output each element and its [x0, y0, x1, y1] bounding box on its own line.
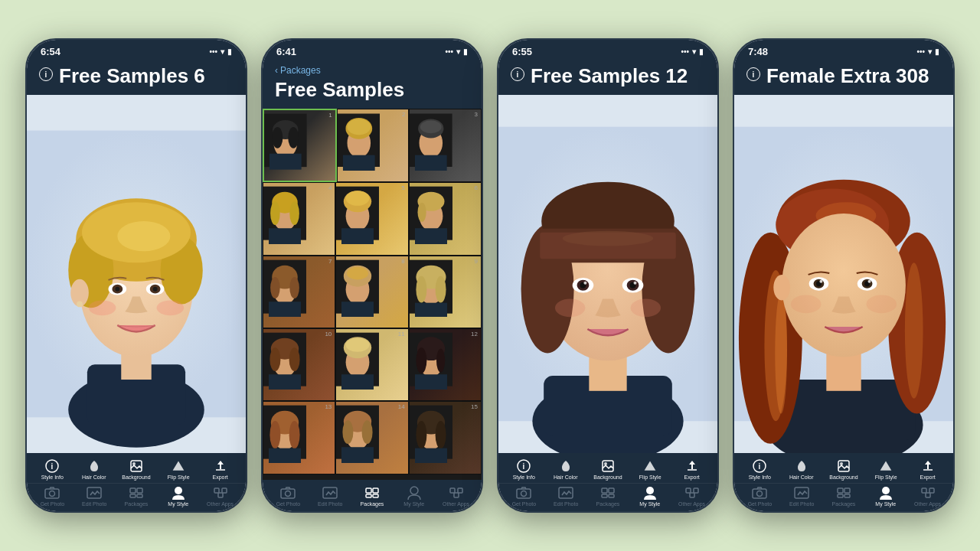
other-apps-btn-4[interactable]: Other Apps: [914, 486, 942, 507]
grid-cell-4[interactable]: 4: [263, 182, 335, 255]
edit-photo-btn-1[interactable]: Edit Photo: [80, 486, 108, 507]
background-btn-1[interactable]: Background: [122, 459, 150, 480]
background-icon-1: [129, 459, 144, 473]
get-photo-btn-4[interactable]: Get Photo: [746, 486, 773, 507]
status-bar-1: 6:54 ••• ▾ ▮: [27, 40, 246, 60]
my-style-btn-2[interactable]: My Style: [400, 486, 428, 507]
style-info-label-1: Style Info: [41, 474, 64, 480]
grid-cell-1[interactable]: 1: [263, 109, 337, 183]
get-photo-icon-2: [280, 486, 296, 500]
toolbar-bottom-3: Get Photo Edit Photo Packages: [498, 484, 717, 508]
title-4: Female Extra 308: [766, 65, 929, 87]
style-info-btn-3[interactable]: i Style Info: [510, 459, 537, 480]
nav-back-2[interactable]: ‹ Packages: [275, 65, 469, 76]
style-info-btn-4[interactable]: i Style Info: [746, 459, 773, 480]
other-apps-icon-3: [684, 486, 700, 500]
svg-rect-28: [130, 488, 136, 493]
grid-cell-6[interactable]: 6: [409, 182, 482, 255]
other-apps-btn-1[interactable]: Other Apps: [207, 486, 234, 507]
get-photo-btn-3[interactable]: Get Photo: [510, 486, 537, 507]
packages-btn-4[interactable]: Packages: [830, 486, 858, 507]
other-apps-label-1: Other Apps: [207, 501, 234, 507]
export-btn-4[interactable]: Export: [914, 459, 942, 480]
svg-point-55: [270, 202, 280, 226]
background-btn-3[interactable]: Background: [593, 459, 622, 480]
background-label-1: Background: [122, 474, 150, 480]
export-btn-3[interactable]: Export: [678, 459, 706, 480]
svg-marker-24: [174, 462, 183, 470]
hair-color-btn-1[interactable]: Hair Color: [80, 459, 108, 480]
grid-cell-14[interactable]: 14: [335, 401, 408, 474]
packages-btn-1[interactable]: Packages: [122, 486, 150, 507]
export-btn-1[interactable]: Export: [207, 459, 234, 480]
info-icon-4[interactable]: i: [746, 67, 760, 81]
toolbar-top-3: i Style Info Hair Color B: [498, 458, 717, 481]
cell-num-1: 1: [328, 112, 332, 119]
flip-style-btn-1[interactable]: Flip Style: [165, 459, 192, 480]
info-icon-1[interactable]: i: [39, 67, 53, 81]
svg-rect-128: [450, 488, 455, 493]
grid-cell-11[interactable]: 11: [335, 328, 408, 401]
hair-color-label-4: Hair Color: [789, 474, 814, 480]
background-icon-4: [836, 459, 851, 473]
hair-color-label-1: Hair Color: [82, 474, 106, 480]
svg-point-77: [347, 266, 368, 279]
grid-cell-9[interactable]: 9: [409, 256, 482, 328]
flip-style-btn-4[interactable]: Flip Style: [872, 459, 900, 480]
grid-cell-7[interactable]: 7: [263, 256, 335, 328]
svg-point-61: [346, 191, 370, 207]
get-photo-btn-2[interactable]: Get Photo: [274, 486, 302, 507]
background-btn-4[interactable]: Background: [829, 459, 858, 480]
svg-point-83: [435, 276, 446, 302]
background-label-3: Background: [593, 474, 622, 480]
other-apps-btn-2[interactable]: Other Apps: [443, 486, 470, 507]
get-photo-btn-1[interactable]: Get Photo: [38, 486, 66, 507]
battery-icon-1: ▮: [227, 47, 232, 56]
hair-color-btn-4[interactable]: Hair Color: [788, 459, 815, 480]
edit-photo-icon-3: [558, 486, 573, 500]
my-style-btn-4[interactable]: My Style: [872, 486, 900, 507]
edit-photo-label-4: Edit Photo: [789, 501, 814, 507]
toolbar-bottom-2: Get Photo Edit Photo Packages: [263, 484, 482, 508]
edit-photo-btn-3[interactable]: Edit Photo: [552, 486, 580, 507]
other-apps-btn-3[interactable]: Other Apps: [678, 486, 706, 507]
hair-color-icon-4: [794, 459, 809, 473]
status-icons-2: ••• ▾ ▮: [445, 47, 468, 56]
my-style-btn-3[interactable]: My Style: [636, 486, 664, 507]
grid-cell-8[interactable]: 8: [335, 256, 408, 328]
grid-cell-10[interactable]: 10: [263, 328, 335, 401]
my-style-btn-1[interactable]: My Style: [165, 486, 192, 507]
header-3: i Free Samples 12: [498, 60, 717, 95]
grid-cell-2[interactable]: 2: [337, 109, 410, 183]
info-icon-3[interactable]: i: [511, 67, 524, 81]
main-content-2: 1 2: [263, 109, 482, 480]
grid-cell-3[interactable]: 3: [409, 109, 482, 183]
style-info-btn-1[interactable]: i Style Info: [38, 459, 66, 480]
packages-btn-2[interactable]: Packages: [358, 486, 386, 507]
signal-icon-4: •••: [916, 47, 925, 56]
edit-photo-btn-2[interactable]: Edit Photo: [316, 486, 344, 507]
svg-rect-101: [415, 374, 447, 390]
grid-cell-5[interactable]: 5: [335, 182, 408, 255]
battery-icon-2: ▮: [463, 47, 468, 56]
svg-point-71: [270, 277, 280, 298]
grid-cell-13[interactable]: 13: [263, 401, 335, 474]
packages-label-2: Packages: [361, 501, 384, 507]
flip-style-btn-3[interactable]: Flip Style: [636, 459, 664, 480]
svg-rect-202: [838, 494, 843, 497]
svg-point-50: [420, 120, 442, 133]
my-style-label-3: My Style: [639, 501, 660, 507]
header-1: i Free Samples 6: [27, 60, 246, 95]
svg-point-112: [362, 421, 373, 445]
packages-btn-3[interactable]: Packages: [594, 486, 622, 507]
svg-point-158: [521, 491, 527, 497]
grid-cell-15[interactable]: 15: [409, 401, 482, 474]
grid-cell-12[interactable]: 12: [409, 328, 482, 401]
flip-style-label-3: Flip Style: [639, 474, 662, 480]
svg-rect-161: [609, 488, 614, 493]
svg-rect-57: [269, 229, 301, 244]
edit-photo-btn-4[interactable]: Edit Photo: [788, 486, 815, 507]
hair-color-btn-3[interactable]: Hair Color: [552, 459, 580, 480]
svg-point-175: [775, 292, 787, 413]
svg-rect-167: [690, 493, 694, 497]
